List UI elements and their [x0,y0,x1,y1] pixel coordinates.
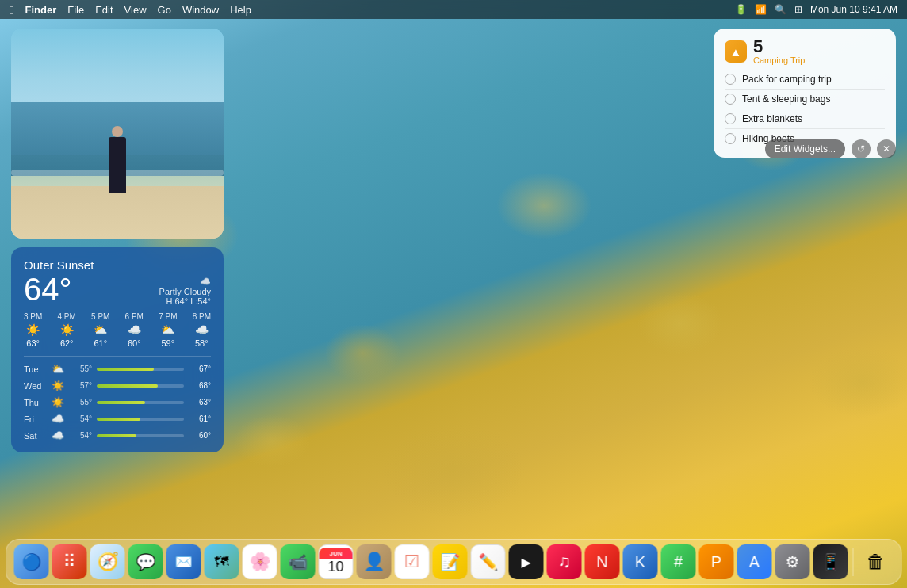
weather-hour-icon: ☀️ [26,323,40,336]
dock-item-contacts[interactable]: 👤Contacts [357,544,392,579]
weather-day-high: 67° [189,365,211,373]
dock-item-appletv[interactable]: ▶Apple TV [509,544,544,579]
weather-daily: Tue ⛅ 55° 67° Wed ☀️ 57° 68° Thu ☀️ 55° … [24,363,211,441]
weather-day-name: Wed [24,381,46,391]
weather-hour-temp: 58° [195,338,209,348]
weather-hour-temp: 61° [94,338,107,348]
dock-item-iphone[interactable]: 📱iPhone Mirroring [813,544,848,579]
dock-separator [853,548,854,576]
dock-item-launchpad[interactable]: ⠿Launchpad [52,544,87,579]
weather-day-low: 55° [70,365,92,373]
weather-condition: ☁️ Partly Cloudy H:64° L:54° [159,277,211,306]
reminder-item[interactable]: Extra blankets [725,109,885,129]
reminders-list-name: Camping Trip [753,55,805,65]
dock-item-messages[interactable]: 💬Messages [128,544,163,579]
launchpad-icon: ⠿ [63,552,76,572]
appstore-icon: A [749,553,760,571]
dock-item-news[interactable]: NNews [585,544,620,579]
search-icon[interactable]: 🔍 [775,4,786,15]
reminder-text: Tent & sleeping bags [742,94,830,105]
dock-item-music[interactable]: ♫Music [547,544,582,579]
refresh-widget-button[interactable]: ↺ [852,139,871,158]
dock-item-mail[interactable]: ✉️Mail [166,544,201,579]
battery-icon: 🔋 [735,4,747,15]
menubar-view[interactable]: View [124,4,147,16]
dock-item-pages[interactable]: PPages [699,544,734,579]
menubar:  Finder File Edit View Go Window Help 🔋… [0,0,907,19]
reminder-checkbox[interactable] [725,74,736,85]
dock-item-finder[interactable]: 🔵Finder [14,544,49,579]
mail-icon: ✉️ [175,553,193,571]
menubar-window[interactable]: Window [182,4,219,16]
weather-day-name: Fri [24,414,46,424]
weather-hour-item: 5 PM ⛅ 61° [91,312,109,348]
photo-person [109,137,126,193]
weather-location: Outer Sunset [24,258,211,272]
apple-menu[interactable]:  [10,3,13,17]
weather-day-low: 55° [70,398,92,407]
reminder-item[interactable]: Tent & sleeping bags [725,90,885,109]
weather-day-bar [97,401,145,404]
dock-item-reminders[interactable]: ☑Reminders [395,544,430,579]
reminders-icon: ☑ [404,552,420,572]
dock: 🔵Finder⠿Launchpad🧭Safari💬Messages✉️Mail🗺… [6,539,902,585]
menubar-help[interactable]: Help [230,4,251,16]
weather-hour-item: 3 PM ☀️ 63° [24,312,42,348]
dock-item-facetime[interactable]: 📹FaceTime [281,544,316,579]
dock-item-safari[interactable]: 🧭Safari [90,544,125,579]
datetime-display: Mon Jun 10 9:41 AM [810,4,897,15]
menubar-left:  Finder File Edit View Go Window Help [10,3,251,17]
reminder-checkbox[interactable] [725,94,736,105]
weather-day-icon: ☀️ [51,396,65,408]
weather-day-icon: ☁️ [51,430,65,441]
pages-icon: P [711,553,721,571]
dock-item-photos[interactable]: 🌸Photos [243,544,277,579]
weather-hour-time: 6 PM [125,312,144,321]
weather-hour-item: 7 PM ⛅ 59° [159,312,177,348]
menubar-finder[interactable]: Finder [25,4,56,16]
weather-hourly: 3 PM ☀️ 63° 4 PM ☀️ 62° 5 PM ⛅ 61° 6 PM … [24,312,211,357]
weather-day-low: 57° [70,381,92,390]
dock-item-trash[interactable]: 🗑Trash [859,544,894,579]
numbers-icon: # [674,553,683,571]
reminder-item[interactable]: Pack for camping trip [725,70,885,90]
trash-icon: 🗑 [867,551,886,573]
menubar-go[interactable]: Go [158,4,171,16]
weather-day-icon: ☁️ [51,413,65,425]
keynote-icon: K [635,553,645,571]
weather-day-high: 63° [189,398,211,407]
edit-widgets-button[interactable]: Edit Widgets... [765,139,845,158]
weather-day-high: 60° [189,431,211,440]
dock-item-calendar[interactable]: JUN 10 Calendar [319,544,354,579]
reminders-widget[interactable]: ▲ 5 Camping Trip Pack for camping trip T… [714,29,896,158]
weather-day-bar [97,418,140,421]
calendar-day: 10 [327,559,343,576]
dock-item-numbers[interactable]: #Numbers [661,544,696,579]
weather-day-bar-container [97,401,184,404]
weather-day-low: 54° [70,414,92,423]
dock-item-notes[interactable]: 📝Notes [433,544,468,579]
dock-item-freeform[interactable]: ✏️Freeform [471,544,506,579]
reminders-icon: ▲ [725,40,747,63]
menubar-edit[interactable]: Edit [95,4,113,16]
dock-item-keynote[interactable]: KKeynote [623,544,658,579]
weather-temperature: 64° [24,273,72,305]
menubar-file[interactable]: File [67,4,84,16]
iphone-icon: 📱 [821,552,840,571]
reminders-count-block: 5 Camping Trip [753,38,805,65]
reminder-checkbox[interactable] [725,113,736,124]
messages-icon: 💬 [136,552,155,571]
weather-hour-icon: ☁️ [195,323,209,336]
close-widget-button[interactable]: ✕ [877,139,896,158]
weather-hour-time: 7 PM [159,312,177,321]
control-center-icon[interactable]: ⊞ [794,4,802,15]
weather-widget[interactable]: Outer Sunset 64° ☁️ Partly Cloudy H:64° … [11,247,224,452]
dock-item-systemprefs[interactable]: ⚙System Preferences [775,544,810,579]
dock-item-appstore[interactable]: AApp Store [737,544,772,579]
weather-hour-icon: ☁️ [128,323,141,336]
weather-day-row: Sat ☁️ 54° 60° [24,430,211,441]
weather-day-name: Sat [24,431,46,441]
reminder-checkbox[interactable] [725,133,736,144]
reminders-count: 5 [753,38,805,55]
dock-item-maps[interactable]: 🗺Maps [205,544,239,579]
